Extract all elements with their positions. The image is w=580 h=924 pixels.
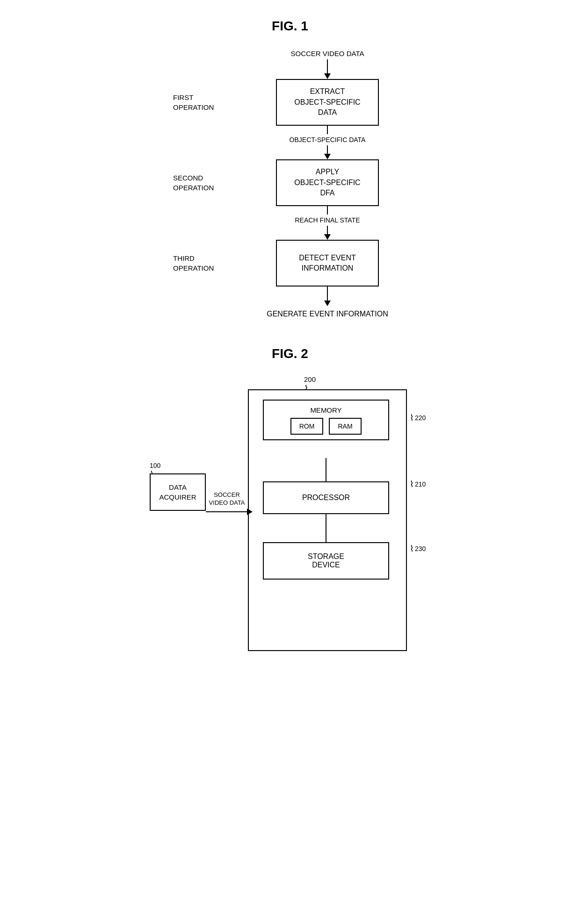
arrow-1 — [327, 126, 328, 134]
rom-box: ROM — [290, 418, 323, 435]
processor-label: PROCESSOR — [302, 494, 350, 502]
third-op-box: DETECT EVENT INFORMATION — [276, 240, 379, 287]
ref220-label: ⌇ 220 — [410, 413, 426, 423]
storage-label: STORAGE DEVICE — [308, 552, 344, 569]
fig1-flowchart: SOCCER VIDEO DATA FIRST OPERATION EXTRAC… — [98, 48, 482, 318]
processor-block: PROCESSOR — [263, 481, 389, 514]
second-op-box: APPLY OBJECT-SPECIFIC DFA — [276, 159, 379, 206]
fig1-title: FIG. 1 — [98, 19, 482, 34]
arrow1-label: OBJECT-SPECIFIC DATA — [290, 136, 366, 143]
first-op-box: EXTRACT OBJECT-SPECIFIC DATA — [276, 79, 379, 126]
input-label: SOCCER VIDEO DATA — [291, 50, 364, 57]
arrow-3 — [324, 287, 331, 306]
memory-block: MEMORY ROM RAM — [263, 400, 389, 440]
second-op-label: SECOND OPERATION — [173, 173, 214, 193]
arrow-0 — [324, 59, 331, 79]
storage-block: STORAGE DEVICE — [263, 542, 389, 580]
data-acquirer-block: DATA ACQUIRER — [150, 473, 206, 511]
mem-proc-line — [326, 458, 326, 481]
proc-stor-line — [326, 514, 326, 542]
acquirer-label: DATA ACQUIRER — [159, 482, 196, 502]
output-label: GENERATE EVENT INFORMATION — [267, 310, 388, 318]
arrow2-label: REACH FINAL STATE — [295, 216, 360, 224]
arrow-2 — [327, 206, 328, 215]
arrow-text: SOCCER VIDEO DATA — [206, 491, 248, 507]
fig2-title: FIG. 2 — [98, 346, 482, 361]
memory-label: MEMORY — [268, 406, 384, 414]
ram-box: RAM — [329, 418, 362, 435]
first-op-label: FIRST OPERATION — [173, 93, 214, 112]
ref230-label: ⌇ 230 — [410, 544, 426, 554]
main-system-block: MEMORY ROM RAM PROCESSOR STORAGE DEVICE — [248, 389, 407, 651]
ref210-label: ⌇ 210 — [410, 479, 426, 489]
h-arrow-group: SOCCER VIDEO DATA — [206, 491, 253, 515]
fig2-container: FIG. 2 200 ⌇ MEMORY ROM RAM — [98, 346, 482, 665]
arrow-1b — [324, 145, 331, 159]
third-op-label: THIRD OPERATION — [173, 253, 214, 273]
arrow-2b — [324, 226, 331, 240]
fig1-container: FIG. 1 SOCCER VIDEO DATA FIRST OPERATION… — [98, 19, 482, 318]
